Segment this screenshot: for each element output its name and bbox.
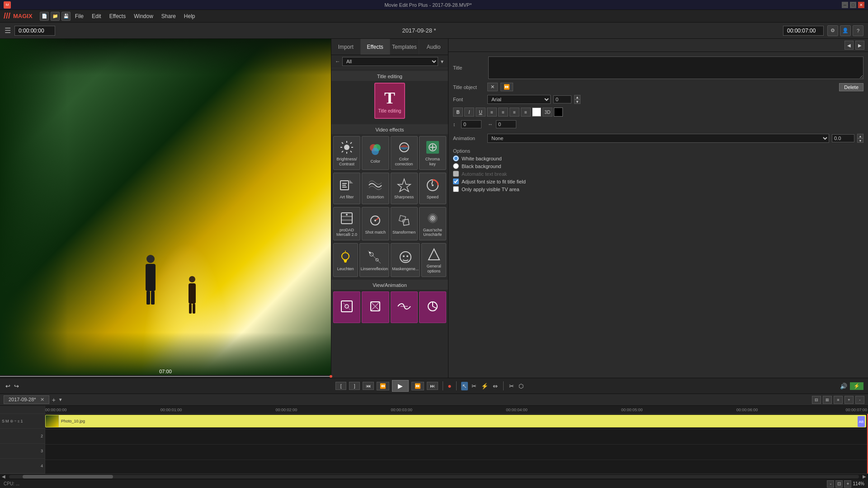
menu-edit[interactable]: Edit — [88, 12, 105, 21]
hscrollbar[interactable]: ◀ ▶ — [0, 474, 868, 479]
effect-art-filter[interactable]: Art filter — [333, 173, 360, 204]
timeline-tab[interactable]: 2017-09-28* ✕ — [4, 395, 49, 404]
track-m-btn[interactable]: M — [5, 419, 9, 423]
minimize-button[interactable]: ─ — [842, 2, 848, 8]
toolbar-open[interactable]: 📁 — [51, 12, 60, 21]
effect-shot-match[interactable]: Shot match — [362, 207, 389, 241]
effect-view3[interactable] — [391, 291, 418, 323]
3d-text-button[interactable]: 3D — [542, 108, 552, 117]
menu-share[interactable]: Share — [158, 12, 179, 21]
trim-tool-btn[interactable]: ✂ — [471, 382, 477, 390]
effect-brightness[interactable]: Brightness/Contrast — [333, 136, 360, 170]
font-size-input[interactable]: 0 — [553, 95, 571, 103]
effect-distortion[interactable]: Distortion — [362, 173, 389, 204]
effect-linsenreflexion[interactable]: Linsenreflexion — [359, 243, 390, 277]
white-background-radio[interactable] — [453, 155, 459, 161]
hscroll-track[interactable] — [9, 475, 859, 479]
tab-import[interactable]: Import — [331, 39, 361, 55]
anim-val-up[interactable]: ▲ — [857, 134, 863, 138]
effect-speed[interactable]: Speed — [419, 173, 446, 204]
timeline-tab-close[interactable]: ✕ — [40, 397, 44, 402]
title-input-field[interactable] — [488, 56, 863, 79]
timecode-right[interactable]: 00:00:07:00 — [783, 26, 824, 36]
user-icon[interactable]: 👤 — [840, 25, 851, 36]
tv-area-checkbox[interactable] — [453, 186, 459, 192]
menu-effects[interactable]: Effects — [106, 12, 129, 21]
italic-button[interactable]: I — [464, 108, 474, 117]
adjust-font-checkbox[interactable] — [453, 178, 459, 184]
effects-back-button[interactable]: ← — [335, 58, 340, 65]
title-object-x-btn[interactable]: ✕ — [487, 83, 498, 91]
redo-btn[interactable]: ↪ — [13, 382, 20, 390]
tab-templates[interactable]: Templates — [390, 39, 420, 55]
menu-file[interactable]: File — [71, 12, 87, 21]
cut-btn[interactable]: ✂ — [508, 382, 515, 390]
timecode-left[interactable]: 0:00:00:00 — [14, 26, 55, 36]
toolbar-save[interactable]: 💾 — [61, 12, 71, 21]
effect-chroma-key[interactable]: Chromakey — [419, 136, 446, 170]
bold-button[interactable]: B — [453, 108, 463, 117]
effect-color[interactable]: Color — [362, 136, 389, 170]
underline-button[interactable]: U — [476, 108, 486, 117]
effects-filter-select[interactable]: All — [342, 57, 438, 66]
close-button[interactable]: ✕ — [858, 2, 864, 8]
zoom-out-btn[interactable]: - — [827, 480, 834, 488]
animation-select[interactable]: None — [487, 134, 829, 143]
zoom-in-btn[interactable]: + — [844, 480, 851, 488]
effect-leuchten[interactable]: Leuchten — [333, 243, 358, 277]
effects-scroll-area[interactable]: Title editing T Title editing Video effe… — [331, 68, 448, 378]
font-select[interactable]: Arial — [487, 95, 551, 104]
effect-view2[interactable] — [362, 291, 389, 323]
font-size-down[interactable]: ▼ — [574, 99, 580, 104]
prev-frame-btn[interactable]: ⏪ — [377, 382, 389, 390]
effect-gaussche[interactable]: Gaus'scheUnschärfe — [419, 207, 446, 241]
timeline-add-arrow[interactable]: ▼ — [58, 397, 63, 402]
effect-transformieren[interactable]: Stansformen — [391, 207, 418, 241]
zoom-fit-btn[interactable]: ⊡ — [835, 480, 843, 488]
tab-effects[interactable]: Effects — [361, 39, 390, 55]
bracket-out-btn[interactable]: ] — [349, 382, 360, 390]
tl-view-btn-1[interactable]: ⊟ — [812, 396, 821, 404]
align-right-button[interactable]: ≡ — [509, 108, 519, 117]
bracket-in-btn[interactable]: [ — [335, 382, 346, 390]
next-frame-btn[interactable]: ⏩ — [411, 382, 424, 390]
effect-prodad[interactable]: proDADMercalli 2.0 — [333, 207, 360, 241]
ripple-btn[interactable]: ⬡ — [518, 382, 524, 390]
record-btn[interactable]: ● — [448, 382, 451, 389]
tl-view-btn-3[interactable]: ≡ — [834, 396, 843, 404]
maximize-button[interactable]: □ — [850, 2, 856, 8]
skip-back-btn[interactable]: ⏮ — [363, 382, 374, 390]
track-area[interactable]: Photo_10.jpg AB — [45, 414, 868, 474]
hscroll-thumb[interactable] — [23, 475, 113, 479]
tl-view-btn-4[interactable]: + — [844, 396, 854, 404]
toolbar-new[interactable]: 📄 — [40, 12, 49, 21]
help-icon[interactable]: ? — [853, 25, 863, 36]
effect-maskengen[interactable]: Maskengene... — [391, 243, 420, 277]
animation-value[interactable]: 0.0 — [832, 134, 854, 142]
auto-text-break-checkbox[interactable] — [453, 171, 459, 177]
menu-help[interactable]: Help — [180, 12, 199, 21]
effect-view4[interactable] — [419, 291, 446, 323]
title-editing-item[interactable]: T Title editing — [374, 83, 405, 119]
menu-window[interactable]: Window — [130, 12, 157, 21]
effect-general[interactable]: Generaloptions — [421, 243, 446, 277]
bg-color-swatch[interactable] — [554, 108, 563, 117]
track-s-btn[interactable]: S — [2, 419, 5, 423]
delete-button[interactable]: Delete — [839, 83, 863, 91]
title-object-arrow-btn[interactable]: ⏩ — [500, 83, 513, 91]
effect-view1[interactable] — [333, 291, 360, 323]
hscroll-left[interactable]: ◀ — [0, 474, 7, 479]
black-background-radio[interactable] — [453, 163, 459, 169]
settings-icon[interactable]: ⚙ — [827, 25, 838, 36]
select-tool-btn[interactable]: ↖ — [461, 382, 468, 390]
align-left-button[interactable]: ≡ — [487, 108, 497, 117]
font-size-up[interactable]: ▲ — [574, 95, 580, 99]
anim-val-down[interactable]: ▼ — [857, 138, 863, 143]
flash-btn[interactable]: ⚡ — [850, 382, 863, 390]
timeline-add-btn[interactable]: + — [52, 396, 56, 404]
align-center-button[interactable]: ≡ — [498, 108, 508, 117]
line-spacing-input[interactable]: 0 — [461, 120, 481, 128]
effect-color-correction[interactable]: Colorcorrection — [391, 136, 418, 170]
split-tool-btn[interactable]: ⚡ — [480, 382, 489, 390]
play-btn[interactable]: ▶ — [392, 380, 409, 392]
